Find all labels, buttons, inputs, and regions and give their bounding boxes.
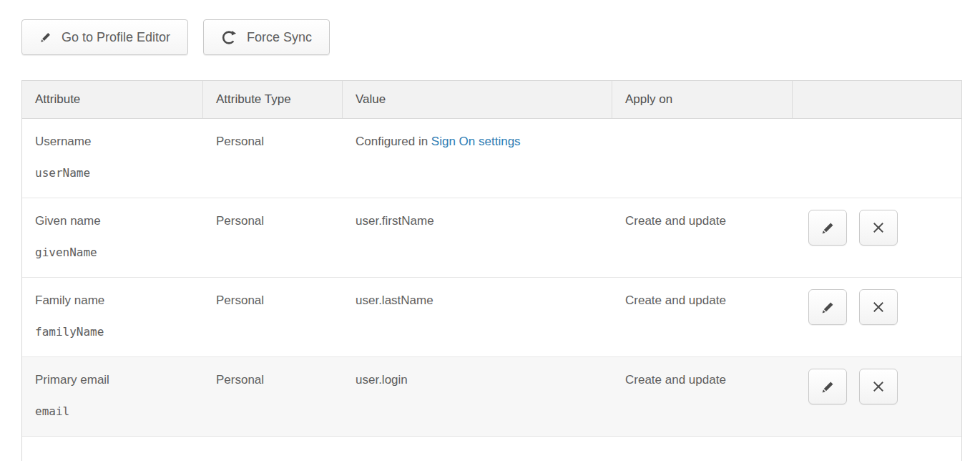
force-sync-label: Force Sync [247, 30, 312, 45]
value-cell: user.login [343, 357, 612, 436]
edit-attribute-button[interactable] [808, 210, 847, 246]
attribute-type-cell: Personal [203, 198, 343, 277]
delete-attribute-button[interactable] [859, 289, 898, 325]
delete-attribute-button[interactable] [859, 369, 898, 404]
attribute-label: Primary email [35, 373, 195, 387]
edit-attribute-button[interactable] [808, 289, 847, 325]
actions-cell [793, 198, 961, 277]
apply-on-cell [612, 119, 793, 198]
value-cell: user.lastName [343, 278, 612, 356]
sign-on-settings-link[interactable]: Sign On settings [431, 135, 521, 148]
attribute-type-cell: Personal [203, 119, 343, 198]
table-row-given-name: Given name givenName Personal user.first… [22, 198, 961, 278]
value-cell: user.firstName [343, 198, 612, 277]
pencil-icon [39, 31, 52, 44]
apply-on-cell: Create and update [612, 357, 793, 436]
toolbar: Go to Profile Editor Force Sync [21, 19, 330, 55]
actions-cell [793, 357, 961, 436]
attribute-mappings-table: Attribute Attribute Type Value Apply on … [21, 80, 962, 461]
header-actions [793, 81, 961, 118]
close-icon [871, 220, 886, 235]
pencil-icon [820, 300, 836, 315]
attribute-label: Given name [35, 214, 195, 228]
attribute-cell: Primary email email [22, 357, 203, 436]
header-apply-on: Apply on [612, 81, 793, 118]
pencil-icon [820, 379, 836, 394]
table-row-partial [22, 437, 961, 461]
actions-cell [793, 119, 961, 198]
attribute-label: Family name [35, 293, 195, 308]
edit-attribute-button[interactable] [808, 369, 847, 404]
apply-on-cell: Create and update [612, 278, 793, 356]
close-icon [871, 300, 886, 314]
attribute-name: familyName [35, 325, 195, 339]
attribute-cell: Username userName [22, 119, 203, 198]
attribute-name: email [35, 404, 195, 418]
attribute-name: givenName [35, 246, 195, 259]
header-attribute: Attribute [22, 81, 203, 118]
apply-on-cell: Create and update [612, 198, 793, 277]
table-row-username: Username userName Personal Configured in… [22, 119, 961, 198]
attribute-cell: Family name familyName [22, 278, 203, 356]
delete-attribute-button[interactable] [859, 210, 898, 246]
go-to-profile-editor-button[interactable]: Go to Profile Editor [21, 19, 188, 55]
attribute-label: Username [35, 135, 195, 149]
table-row-primary-email: Primary email email Personal user.login … [22, 357, 961, 437]
close-icon [871, 379, 886, 394]
actions-cell [793, 278, 961, 356]
go-to-profile-editor-label: Go to Profile Editor [62, 30, 170, 45]
attribute-name: userName [35, 166, 195, 180]
pencil-icon [820, 220, 836, 236]
header-attribute-type: Attribute Type [203, 81, 343, 118]
attribute-type-cell: Personal [203, 278, 343, 356]
force-sync-button[interactable]: Force Sync [203, 19, 330, 55]
table-row-family-name: Family name familyName Personal user.las… [22, 278, 961, 357]
attribute-cell: Given name givenName [22, 198, 203, 277]
refresh-icon [221, 29, 237, 46]
header-value: Value [343, 81, 612, 118]
attribute-type-cell: Personal [203, 357, 343, 436]
value-prefix: Configured in [356, 135, 431, 148]
table-header-row: Attribute Attribute Type Value Apply on [22, 81, 961, 119]
value-cell: Configured in Sign On settings [343, 119, 612, 198]
